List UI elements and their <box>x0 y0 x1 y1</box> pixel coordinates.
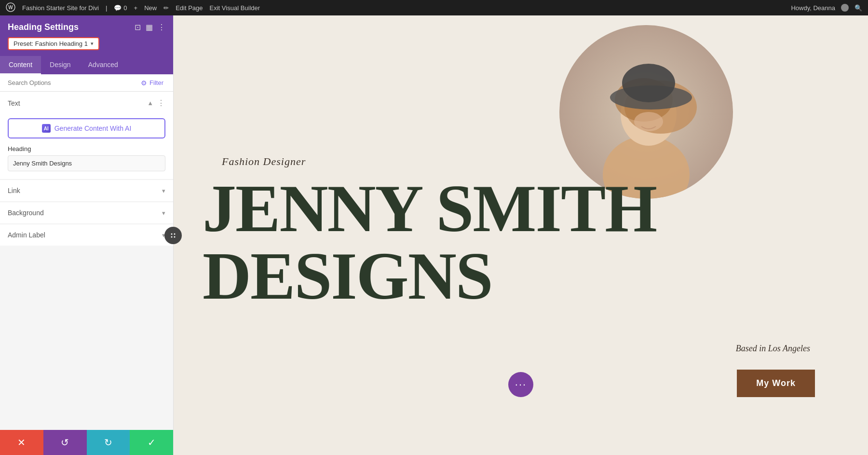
tab-advanced[interactable]: Advanced <box>80 56 127 74</box>
exit-builder-button[interactable]: Exit Visual Builder <box>210 4 260 12</box>
section-link: Link ▾ <box>0 180 173 201</box>
separator2: + <box>134 4 138 12</box>
section-admin-label-header[interactable]: Admin Label ▾ <box>0 224 173 246</box>
content-area: Fashion Designer JENNY SMITH DESIGNS Bas… <box>174 15 868 455</box>
section-background-title: Background <box>8 209 44 217</box>
section-background-header[interactable]: Background ▾ <box>0 202 173 223</box>
new-button[interactable]: New <box>144 4 157 12</box>
based-in-text: Based in Los Angeles <box>736 344 810 354</box>
sidebar-header: Heading Settings ⊡ ▦ ⋮ Preset: Fashion H… <box>0 15 173 56</box>
heading-input[interactable] <box>8 155 165 171</box>
section-text-content: AI Generate Content With AI Heading <box>0 114 173 179</box>
preset-selector[interactable]: Preset: Fashion Heading 1 ▾ <box>8 37 99 50</box>
page-content: Fashion Designer JENNY SMITH DESIGNS Bas… <box>174 15 868 455</box>
hero-heading-line1: JENNY SMITH <box>203 171 656 246</box>
svg-point-5 <box>174 236 176 237</box>
confirm-button[interactable]: ✓ <box>130 430 173 455</box>
section-background-controls: ▾ <box>162 209 165 217</box>
wp-logo-icon[interactable]: W <box>6 2 15 14</box>
tab-content[interactable]: Content <box>0 56 41 74</box>
layout-icon[interactable]: ▦ <box>146 23 153 32</box>
admin-bar: W Fashion Starter Site for Divi | 💬 0 + … <box>0 0 868 15</box>
sidebar-bottom-actions: ✕ ↺ ↻ ✓ <box>0 430 173 455</box>
section-link-title: Link <box>8 187 20 194</box>
svg-point-12 <box>622 64 675 102</box>
filter-button[interactable]: ⚙ Filter <box>137 76 167 90</box>
my-work-button[interactable]: My Work <box>737 370 815 397</box>
search-input[interactable] <box>6 74 137 91</box>
svg-text:W: W <box>8 5 13 10</box>
separator: | <box>106 4 107 12</box>
howdy-label: Howdy, Deanna <box>791 4 835 12</box>
section-text-header[interactable]: Text ▲ ⋮ <box>0 92 173 114</box>
section-link-controls: ▾ <box>162 187 165 194</box>
edit-page-button[interactable]: Edit Page <box>176 4 203 12</box>
sidebar-title: Heading Settings <box>8 22 79 32</box>
section-text-title: Text <box>8 99 20 107</box>
sidebar-panel: Heading Settings ⊡ ▦ ⋮ Preset: Fashion H… <box>0 15 174 455</box>
drag-handle[interactable] <box>164 227 182 244</box>
comments-count[interactable]: 💬 0 <box>114 4 127 12</box>
admin-bar-right: Howdy, Deanna 🔍 <box>791 4 862 12</box>
redo-button[interactable]: ↻ <box>87 430 130 455</box>
ai-icon: AI <box>42 124 51 133</box>
section-link-expand-icon[interactable]: ▾ <box>162 187 165 194</box>
section-background: Background ▾ <box>0 202 173 223</box>
undo-button[interactable]: ↺ <box>43 430 87 455</box>
section-admin-label: Admin Label ▾ <box>0 224 173 246</box>
site-name[interactable]: Fashion Starter Site for Divi <box>22 4 99 12</box>
sidebar-header-icons: ⊡ ▦ ⋮ <box>135 23 165 32</box>
sidebar-title-row: Heading Settings ⊡ ▦ ⋮ <box>8 22 165 32</box>
svg-point-2 <box>171 233 173 234</box>
focus-mode-icon[interactable]: ⊡ <box>135 23 141 32</box>
section-link-header[interactable]: Link ▾ <box>0 180 173 201</box>
comment-icon: 💬 <box>114 4 122 12</box>
section-admin-label-title: Admin Label <box>8 231 45 239</box>
section-background-expand-icon[interactable]: ▾ <box>162 209 165 217</box>
float-menu-button[interactable]: ··· <box>508 372 533 397</box>
tab-design[interactable]: Design <box>41 56 80 74</box>
search-icon[interactable]: 🔍 <box>854 4 862 12</box>
section-text-menu-icon[interactable]: ⋮ <box>157 98 165 108</box>
avatar <box>841 4 849 12</box>
preset-label: Preset: Fashion Heading 1 <box>14 40 88 47</box>
hero-heading: JENNY SMITH DESIGNS <box>203 175 656 310</box>
preset-chevron-icon: ▾ <box>91 41 94 47</box>
section-text-collapse-icon[interactable]: ▲ <box>147 99 153 107</box>
heading-field-label: Heading <box>8 145 165 152</box>
cancel-button[interactable]: ✕ <box>0 430 43 455</box>
section-text-controls: ▲ ⋮ <box>147 98 165 108</box>
ai-generate-button[interactable]: AI Generate Content With AI <box>8 118 165 138</box>
admin-bar-left: W Fashion Starter Site for Divi | 💬 0 + … <box>6 2 260 14</box>
more-options-icon[interactable]: ⋮ <box>158 23 165 32</box>
fashion-designer-label: Fashion Designer <box>222 155 306 168</box>
section-text: Text ▲ ⋮ AI Generate Content With AI Hea… <box>0 92 173 179</box>
sidebar-tabs: Content Design Advanced <box>0 56 173 74</box>
sidebar-body: ⚙ Filter Text ▲ ⋮ AI Generate Content Wi… <box>0 74 173 430</box>
hero-heading-line2: DESIGNS <box>203 238 492 313</box>
separator3: ✏ <box>163 4 169 12</box>
svg-point-3 <box>174 233 176 234</box>
search-bar: ⚙ Filter <box>0 74 173 92</box>
main-layout: Heading Settings ⊡ ▦ ⋮ Preset: Fashion H… <box>0 15 868 455</box>
filter-icon: ⚙ <box>141 79 147 87</box>
svg-point-4 <box>171 236 173 237</box>
